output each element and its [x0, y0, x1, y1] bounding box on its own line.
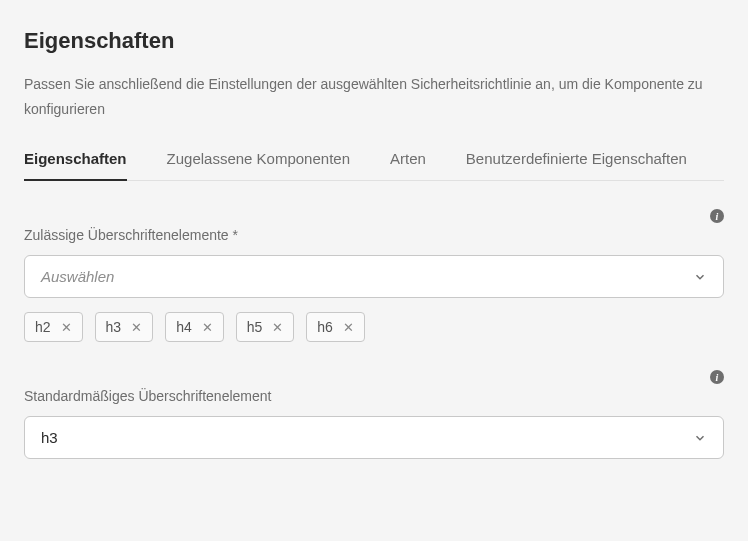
- chip-label: h5: [247, 319, 263, 335]
- chip-h4: h4 ✕: [165, 312, 224, 342]
- close-icon[interactable]: ✕: [131, 321, 142, 334]
- chip-label: h4: [176, 319, 192, 335]
- tab-arten[interactable]: Arten: [390, 150, 426, 180]
- chip-label: h3: [106, 319, 122, 335]
- chip-h5: h5 ✕: [236, 312, 295, 342]
- allowed-headings-select[interactable]: Auswählen: [24, 255, 724, 298]
- page-description: Passen Sie anschließend die Einstellunge…: [24, 72, 724, 122]
- page-title: Eigenschaften: [24, 28, 724, 54]
- close-icon[interactable]: ✕: [61, 321, 72, 334]
- field-default-heading: i Standardmäßiges Überschriftenelement h…: [24, 370, 724, 459]
- chip-h2: h2 ✕: [24, 312, 83, 342]
- close-icon[interactable]: ✕: [202, 321, 213, 334]
- allowed-headings-label: Zulässige Überschriftenelemente *: [24, 227, 724, 243]
- tabs: Eigenschaften Zugelassene Komponenten Ar…: [24, 150, 724, 181]
- default-heading-label: Standardmäßiges Überschriftenelement: [24, 388, 724, 404]
- tab-eigenschaften[interactable]: Eigenschaften: [24, 150, 127, 181]
- chevron-down-icon: [693, 431, 707, 445]
- close-icon[interactable]: ✕: [343, 321, 354, 334]
- tab-zugelassene-komponenten[interactable]: Zugelassene Komponenten: [167, 150, 350, 180]
- field-allowed-headings: i Zulässige Überschriftenelemente * Ausw…: [24, 209, 724, 342]
- chip-h6: h6 ✕: [306, 312, 365, 342]
- close-icon[interactable]: ✕: [272, 321, 283, 334]
- default-heading-select[interactable]: h3: [24, 416, 724, 459]
- chip-h3: h3 ✕: [95, 312, 154, 342]
- info-icon[interactable]: i: [710, 370, 724, 384]
- allowed-headings-placeholder: Auswählen: [41, 268, 114, 285]
- chip-label: h2: [35, 319, 51, 335]
- tab-benutzerdefinierte-eigenschaften[interactable]: Benutzerdefinierte Eigenschaften: [466, 150, 687, 180]
- chip-label: h6: [317, 319, 333, 335]
- default-heading-value: h3: [41, 429, 58, 446]
- info-icon[interactable]: i: [710, 209, 724, 223]
- chevron-down-icon: [693, 270, 707, 284]
- allowed-headings-chips: h2 ✕ h3 ✕ h4 ✕ h5 ✕ h6 ✕: [24, 312, 724, 342]
